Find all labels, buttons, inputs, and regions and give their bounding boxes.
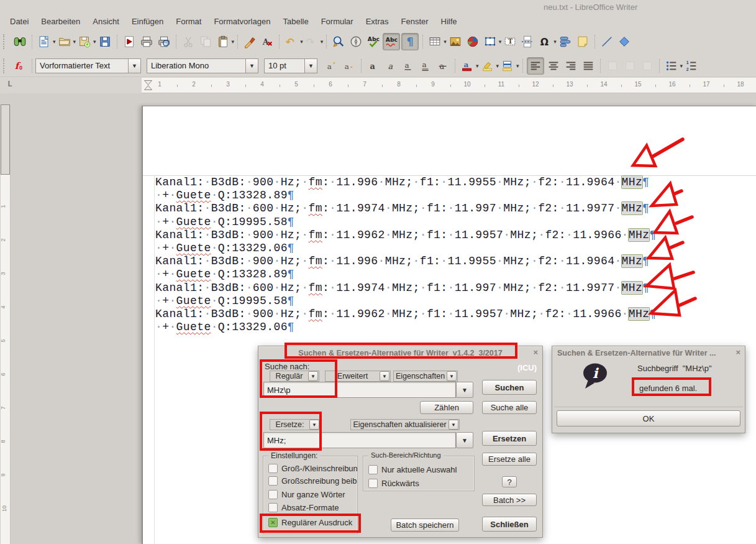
document-line[interactable]: ·+·Guete·Q:13328.89¶ — [155, 189, 657, 202]
menu-einfügen[interactable]: Einfügen — [125, 16, 170, 27]
count-button[interactable]: Zählen — [420, 401, 473, 414]
dropdown-caret-icon[interactable]: ▾ — [53, 39, 56, 45]
new-document-button[interactable] — [36, 34, 52, 50]
settings-option[interactable]: Groß-/Kleinschreibun — [268, 464, 357, 473]
settings-option[interactable]: Nur ganze Wörter — [268, 490, 345, 499]
dialog-close-button[interactable]: Schließen — [482, 517, 537, 532]
document-line[interactable]: ·+·Guete·Q:19995.58¶ — [155, 216, 657, 229]
bold-button[interactable]: a — [365, 58, 381, 74]
double-underline-button[interactable]: a — [417, 58, 434, 74]
dropdown-caret-icon[interactable]: ▾ — [516, 63, 519, 69]
clone-formatting-button[interactable] — [242, 34, 258, 50]
chevron-down-icon[interactable]: ▼ — [447, 371, 457, 381]
clear-formatting-button[interactable]: A — [259, 34, 275, 50]
extended-mode-dropdown[interactable]: Erweitert ▼ — [325, 371, 391, 382]
dropdown-caret-icon[interactable]: ▾ — [499, 39, 502, 45]
insert-comment-button[interactable] — [575, 34, 591, 50]
menu-hilfe[interactable]: Hilfe — [435, 16, 463, 27]
justify-button[interactable] — [580, 58, 596, 74]
document-line[interactable]: ·+·Guete·Q:13328.89¶ — [155, 268, 657, 281]
menu-tabelle[interactable]: Tabelle — [276, 16, 314, 27]
vertical-ruler[interactable]: 12345678910 — [1, 104, 11, 544]
checkbox-icon[interactable] — [268, 476, 278, 486]
batch-button[interactable]: Batch >> — [482, 494, 537, 506]
dropdown-caret-icon[interactable]: ▾ — [680, 63, 683, 69]
page-break-button[interactable] — [519, 34, 535, 50]
bullet-list-button[interactable] — [663, 58, 680, 74]
align-left-button[interactable] — [527, 57, 544, 75]
properties-update-dropdown[interactable]: Eigenschaften aktualisierer ▼ — [350, 419, 460, 430]
document-line[interactable]: ·+·Guete·Q:19995.58¶ — [155, 295, 657, 308]
checkbox-icon[interactable] — [268, 464, 278, 473]
checkbox-icon[interactable] — [268, 490, 278, 499]
chevron-down-icon[interactable]: ▼ — [308, 371, 318, 381]
search-all-button[interactable]: Suche alle — [482, 401, 537, 414]
print-button[interactable] — [139, 34, 155, 50]
search-button[interactable]: Suchen — [482, 380, 537, 395]
menu-formular[interactable]: Formular — [315, 16, 360, 27]
print-preview-button[interactable] — [156, 34, 172, 50]
binoculars-button[interactable] — [12, 34, 28, 50]
auto-spellcheck-button[interactable]: Abc — [383, 33, 400, 50]
search-input[interactable]: MHz\p — [263, 382, 456, 398]
menu-bearbeiten[interactable]: Bearbeiten — [35, 16, 86, 27]
menu-ansicht[interactable]: Ansicht — [86, 16, 125, 27]
spelling-button[interactable]: Abc — [365, 34, 381, 50]
navigator-button[interactable] — [348, 34, 364, 50]
checkbox-icon[interactable] — [268, 503, 278, 512]
subscript-button[interactable]: a — [341, 58, 357, 74]
font-color-button[interactable]: a — [459, 58, 475, 74]
search-history-dropdown[interactable]: ▼ — [456, 382, 473, 398]
dropdown-caret-icon[interactable]: ▾ — [476, 63, 479, 69]
settings-option[interactable]: ✕Regulärer Ausdruck — [268, 518, 352, 527]
help-button[interactable]: ? — [502, 476, 517, 487]
indent-marker[interactable] — [143, 79, 153, 94]
menu-fenster[interactable]: Fenster — [395, 16, 435, 27]
dropdown-caret-icon[interactable]: ▾ — [232, 39, 235, 45]
superscript-button[interactable]: a — [324, 58, 340, 74]
menu-format[interactable]: Format — [170, 16, 207, 27]
numbered-list-button[interactable]: 12 — [683, 58, 699, 74]
document-line[interactable]: ·+·Guete·Q:13329.06¶ — [155, 242, 657, 255]
chevron-down-icon[interactable]: ▼ — [449, 420, 458, 430]
replace-button[interactable]: Ersetzen — [482, 431, 537, 446]
replace-history-dropdown[interactable]: ▼ — [456, 432, 473, 448]
toolbar-handle[interactable] — [3, 34, 7, 49]
chevron-down-icon[interactable]: ▼ — [309, 420, 319, 430]
document-line[interactable]: Kanal1:·B3dB:·900·Hz;·fm:·11.9962·MHz;·f… — [155, 308, 657, 321]
replace-input[interactable]: MHz; — [263, 432, 456, 448]
undo-button[interactable]: ↶ — [283, 34, 299, 50]
close-icon[interactable]: × — [736, 348, 740, 357]
scope-option[interactable]: Nur aktuelle Auswahl — [368, 465, 457, 474]
chevron-down-icon[interactable]: ▼ — [128, 59, 140, 73]
insert-line-button[interactable] — [599, 34, 615, 50]
basic-shapes-button[interactable] — [616, 34, 632, 50]
chevron-down-icon[interactable]: ▼ — [245, 59, 258, 73]
dropdown-caret-icon[interactable]: ▾ — [73, 39, 76, 45]
document-line[interactable]: ·+·Guete·Q:13329.06¶ — [155, 321, 657, 334]
align-right-button[interactable] — [563, 58, 579, 74]
properties-mode-dropdown[interactable]: Eigenschaften ▼ — [393, 371, 458, 382]
paragraph-style-combo[interactable]: Vorformatierter Text ▼ — [35, 58, 141, 73]
ruler-scale[interactable]: 123456789101112131415161718 — [142, 78, 756, 93]
document-line[interactable]: Kanal1:·B3dB:·900·Hz;·fm:·11.996·MHz;·f1… — [155, 255, 657, 268]
highlight-button[interactable] — [480, 58, 496, 74]
document-line[interactable]: Kanal1:·B3dB:·900·Hz;·fm:·11.9962·MHz;·f… — [155, 229, 657, 242]
save-button[interactable] — [97, 34, 113, 50]
checkbox-checked-icon[interactable]: ✕ — [268, 518, 278, 527]
settings-option[interactable]: Absatz-Formate — [268, 503, 339, 512]
font-size-combo[interactable]: 10 pt ▼ — [264, 58, 317, 73]
dropdown-caret-icon[interactable]: ▾ — [444, 39, 447, 45]
insert-textbox-button[interactable]: T — [502, 34, 518, 50]
replace-mode-dropdown[interactable]: Ersetze: ▼ — [270, 419, 321, 430]
export-pdf-button[interactable] — [121, 34, 137, 50]
scope-option[interactable]: Rückwärts — [368, 479, 419, 488]
menu-datei[interactable]: Datei — [4, 16, 35, 27]
fo-macro-button[interactable]: f0 — [12, 58, 28, 74]
document-line[interactable]: Kanal1:·B3dB:·600·Hz;·fm:·11.9974·MHz;·f… — [155, 282, 657, 295]
info-dialog-titlebar[interactable]: Suchen & Ersetzen-Alternative für Writer… — [552, 346, 745, 360]
checkbox-icon[interactable] — [368, 465, 378, 474]
special-character-button[interactable]: Ω — [537, 34, 553, 50]
dropdown-caret-icon[interactable]: ▾ — [496, 63, 499, 69]
insert-chart-button[interactable] — [465, 34, 481, 50]
